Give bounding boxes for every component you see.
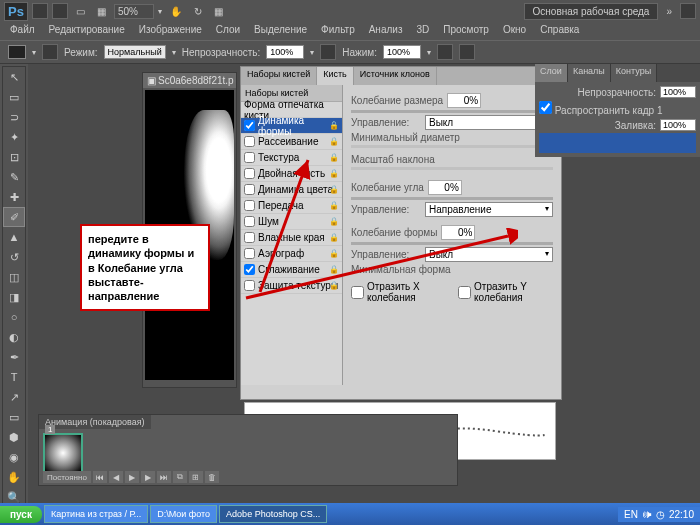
menu-filter[interactable]: Фильтр	[315, 22, 361, 40]
loop-select[interactable]: Постоянно	[43, 471, 91, 483]
lock-icon[interactable]: 🔒	[329, 137, 339, 146]
move-tool[interactable]: ↖	[3, 67, 25, 87]
tab-layers[interactable]: Слои	[535, 64, 568, 82]
blur-tool[interactable]: ○	[3, 307, 25, 327]
angle-jitter-slider[interactable]	[351, 197, 553, 200]
collapse-button[interactable]: »	[662, 4, 676, 19]
screen-mode-icon[interactable]: ▭	[72, 4, 89, 19]
right-panels: Слои Каналы Контуры Непрозрачность: Расп…	[535, 64, 700, 157]
crop-tool[interactable]: ⊡	[3, 147, 25, 167]
eyedropper-tool[interactable]: ✎	[3, 167, 25, 187]
taskbar-item-2[interactable]: D:\Мои фото	[150, 505, 217, 523]
flow-input[interactable]	[383, 45, 421, 59]
tray-icon[interactable]: ◷	[656, 509, 665, 520]
animation-tab[interactable]: Анимация (покадровая)	[39, 415, 151, 429]
lasso-tool[interactable]: ⊃	[3, 107, 25, 127]
menu-3d[interactable]: 3D	[410, 22, 435, 40]
menu-file[interactable]: Файл	[4, 22, 41, 40]
arrange-icon[interactable]: ▦	[210, 4, 227, 19]
shape-tool[interactable]: ▭	[3, 407, 25, 427]
brush-tool[interactable]: ✐	[3, 207, 25, 227]
delete-frame-button[interactable]: 🗑	[205, 471, 219, 483]
lang-indicator[interactable]: EN	[624, 509, 638, 520]
opt-dynamics[interactable]: Динамика формы🔒	[241, 118, 342, 134]
hand-icon[interactable]: ✋	[166, 4, 186, 19]
zoom-selector[interactable]: 50%	[114, 4, 154, 19]
menu-layers[interactable]: Слои	[210, 22, 246, 40]
lock-icon[interactable]: 🔒	[329, 201, 339, 210]
opt-scatter[interactable]: Рассеивание🔒	[241, 134, 342, 150]
heal-tool[interactable]: ✚	[3, 187, 25, 207]
clock[interactable]: 22:10	[669, 509, 694, 520]
wand-tool[interactable]: ✦	[3, 127, 25, 147]
brush-panel-toggle-icon[interactable]	[42, 44, 58, 60]
play-button[interactable]: ▶	[125, 471, 139, 483]
lock-icon[interactable]: 🔒	[329, 217, 339, 226]
first-frame-button[interactable]: ⏮	[93, 471, 107, 483]
menu-image[interactable]: Изображение	[133, 22, 208, 40]
menu-analysis[interactable]: Анализ	[363, 22, 409, 40]
new-frame-button[interactable]: ⊞	[189, 471, 203, 483]
eraser-tool[interactable]: ◫	[3, 267, 25, 287]
size-jitter-slider[interactable]	[351, 110, 553, 113]
pen-tool[interactable]: ✒	[3, 347, 25, 367]
lock-icon[interactable]: 🔒	[329, 153, 339, 162]
3d-camera-tool[interactable]: ◉	[3, 447, 25, 467]
next-frame-button[interactable]: ▶	[141, 471, 155, 483]
tab-channels[interactable]: Каналы	[568, 64, 611, 82]
tray-icon[interactable]: 🕪	[642, 509, 652, 520]
mini-bridge-icon[interactable]	[52, 3, 68, 19]
tablet-opacity-icon[interactable]	[320, 44, 336, 60]
rotate-icon[interactable]: ↻	[190, 4, 206, 19]
hand-tool[interactable]: ✋	[3, 467, 25, 487]
size-jitter-label: Колебание размера	[351, 95, 443, 106]
extras-icon[interactable]: ▦	[93, 4, 110, 19]
3d-tool[interactable]: ⬢	[3, 427, 25, 447]
lock-icon[interactable]: 🔒	[329, 169, 339, 178]
mode-select[interactable]: Нормальный	[104, 45, 166, 59]
menu-help[interactable]: Справка	[534, 22, 585, 40]
angle-control-select[interactable]: Направление	[425, 202, 553, 217]
tab-clone[interactable]: Источник клонов	[354, 67, 437, 85]
stamp-tool[interactable]: ▲	[3, 227, 25, 247]
layer-opacity-input[interactable]	[660, 86, 696, 98]
toolbox: ↖ ▭ ⊃ ✦ ⊡ ✎ ✚ ✐ ▲ ↺ ◫ ◨ ○ ◐ ✒ T ↗ ▭ ⬢ ◉ …	[2, 66, 26, 525]
angle-jitter-value[interactable]: 0%	[428, 180, 462, 195]
tablet-size-icon[interactable]	[459, 44, 475, 60]
taskbar-item-3[interactable]: Adobe Photoshop CS...	[219, 505, 327, 523]
menu-view[interactable]: Просмотр	[437, 22, 495, 40]
taskbar-item-1[interactable]: Картина из страз / Р...	[44, 505, 148, 523]
airbrush-icon[interactable]	[437, 44, 453, 60]
document-title[interactable]: ▣ Sc0a6e8d8f21t.p	[143, 73, 236, 88]
layer-row[interactable]	[539, 133, 696, 153]
tween-button[interactable]: ⧉	[173, 471, 187, 483]
cslive-icon[interactable]	[680, 3, 696, 19]
menu-select[interactable]: Выделение	[248, 22, 313, 40]
system-tray[interactable]: EN 🕪 ◷ 22:10	[618, 507, 700, 522]
lock-icon[interactable]: 🔒	[329, 185, 339, 194]
marquee-tool[interactable]: ▭	[3, 87, 25, 107]
start-button[interactable]: пуск	[0, 506, 42, 523]
dodge-tool[interactable]: ◐	[3, 327, 25, 347]
tab-paths[interactable]: Контуры	[611, 64, 657, 82]
workspace-button[interactable]: Основная рабочая среда	[524, 3, 659, 20]
opacity-input[interactable]	[266, 45, 304, 59]
tab-brush[interactable]: Кисть	[317, 67, 354, 85]
type-tool[interactable]: T	[3, 367, 25, 387]
prev-frame-button[interactable]: ◀	[109, 471, 123, 483]
size-jitter-value[interactable]: 0%	[447, 93, 481, 108]
last-frame-button[interactable]: ⏭	[157, 471, 171, 483]
history-brush-tool[interactable]: ↺	[3, 247, 25, 267]
lock-icon[interactable]: 🔒	[329, 121, 339, 130]
propagate-checkbox[interactable]	[539, 101, 552, 114]
bridge-icon[interactable]	[32, 3, 48, 19]
menu-window[interactable]: Окно	[497, 22, 532, 40]
path-tool[interactable]: ↗	[3, 387, 25, 407]
brush-preview-icon[interactable]	[8, 45, 26, 59]
gradient-tool[interactable]: ◨	[3, 287, 25, 307]
size-control-select[interactable]: Выкл	[425, 115, 553, 130]
tab-presets[interactable]: Наборы кистей	[241, 67, 317, 85]
menu-edit[interactable]: Редактирование	[43, 22, 131, 40]
frame-thumb[interactable]: 1 0 сек.	[43, 433, 83, 473]
fill-input[interactable]	[660, 119, 696, 131]
